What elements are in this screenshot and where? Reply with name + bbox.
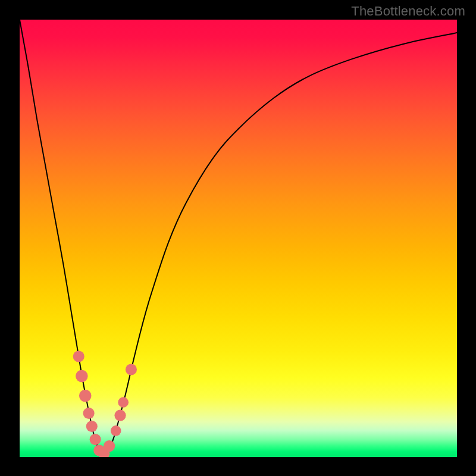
- data-marker: [114, 410, 126, 421]
- data-marker: [83, 408, 95, 419]
- chart-svg: [20, 20, 457, 457]
- data-marker: [79, 390, 92, 402]
- data-marker: [111, 425, 121, 436]
- chart-frame: TheBottleneck.com: [0, 0, 476, 476]
- marker-layer: [73, 350, 137, 457]
- data-marker: [76, 370, 88, 383]
- data-marker: [73, 350, 84, 362]
- data-marker: [126, 364, 137, 375]
- data-marker: [86, 421, 98, 432]
- watermark-text: TheBottleneck.com: [351, 4, 465, 19]
- plot-area: [20, 20, 457, 457]
- data-marker: [118, 397, 129, 408]
- data-marker: [90, 434, 101, 445]
- data-marker: [104, 440, 115, 452]
